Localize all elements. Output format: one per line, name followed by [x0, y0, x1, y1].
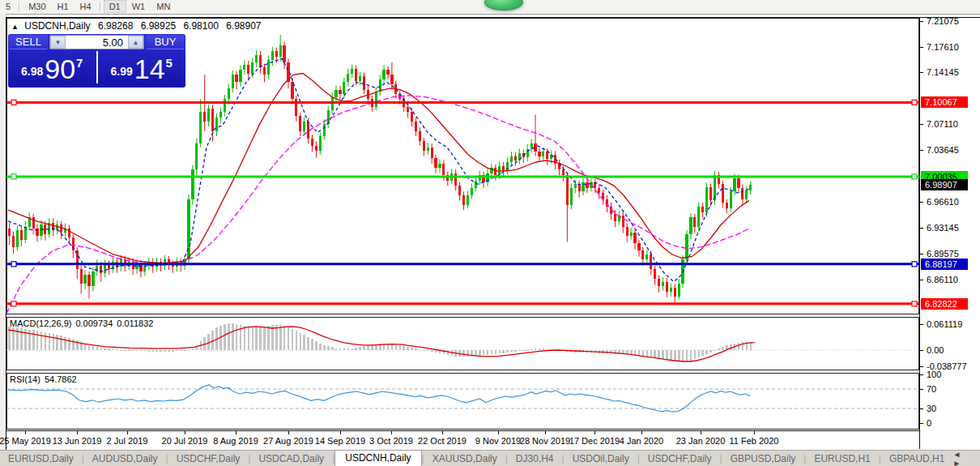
green-indicator: [484, 0, 523, 11]
chart-tab-gbpaud-h1[interactable]: GBPAUD,H1: [881, 451, 952, 466]
chart-tab-dj30-h4[interactable]: DJ30,H4: [508, 451, 562, 466]
rsi-label: RSI(14)54.7862: [10, 374, 81, 384]
volume-up-button[interactable]: ▲: [128, 36, 143, 49]
sell-price-small: 6.98: [21, 65, 43, 78]
chart-tab-usdcnh-daily[interactable]: USDCNH,Daily: [334, 450, 421, 466]
timeframe-button-h4[interactable]: H4: [75, 0, 97, 13]
time-axis-tick: [545, 431, 546, 434]
line-handle: [912, 301, 917, 306]
timeframe-button-5[interactable]: 5: [0, 0, 16, 13]
tab-scroll-arrows[interactable]: ◄ ►: [952, 450, 977, 466]
rsi-panel-canvas[interactable]: [6, 373, 919, 430]
buy-price[interactable]: 6.99145: [98, 51, 186, 83]
time-axis-label: 2 Jul 2019: [107, 436, 148, 446]
price-axis-label: 6.96610: [927, 197, 959, 207]
price-axis-tick: [920, 124, 923, 125]
price-axis-label: 7.17610: [927, 42, 959, 52]
price-axis-label: 0.00: [927, 345, 944, 355]
price-axis-label: 6.86110: [927, 275, 958, 284]
volume-input[interactable]: [66, 36, 128, 49]
volume-down-button[interactable]: ▼: [50, 36, 66, 49]
macd-main-value: 0.009734: [75, 319, 113, 328]
price-axis-label: 7.21075: [927, 16, 959, 26]
timeframe-button-h1[interactable]: H1: [52, 0, 75, 13]
symbol-tab-bar: EURUSD,Daily|AUDUSD,Daily|USDCHF,Daily|U…: [0, 450, 980, 466]
price-level-badge: 6.82822: [921, 298, 968, 310]
line-handle: [912, 100, 917, 105]
macd-label: MACD(12,26,9)0.0097340.011832: [10, 319, 157, 328]
price-axis-label: 0: [927, 418, 931, 428]
ohlc-open: 6.98268: [98, 20, 133, 32]
buy-button[interactable]: BUY: [146, 35, 185, 49]
chart-tab-usdcad-daily[interactable]: USDCAD,Daily: [250, 451, 332, 466]
time-axis-label: 28 Nov 2019: [520, 436, 570, 446]
chart-tab-gbpusd-daily[interactable]: GBPUSD,Daily: [722, 451, 804, 466]
chart-tab-usdchf-daily[interactable]: USDCHF,Daily: [640, 451, 720, 466]
time-axis-tick: [288, 431, 289, 434]
time-axis-tick: [25, 431, 26, 434]
price-axis-label: 0.061119: [927, 319, 962, 329]
time-axis[interactable]: 25 May 201913 Jun 20192 Jul 201920 Jul 2…: [6, 430, 919, 450]
price-axis-tick: [920, 350, 923, 351]
timeframe-button-mn[interactable]: MN: [151, 0, 176, 13]
price-axis-tick: [920, 47, 923, 48]
toolbar-separator: [100, 2, 101, 11]
time-axis-tick: [701, 431, 701, 434]
price-axis-tick: [920, 254, 923, 254]
time-axis-label: 11 Feb 2020: [730, 436, 779, 446]
line-handle: [11, 100, 16, 105]
price-axis-tick: [920, 408, 923, 409]
price-axis-tick: [920, 280, 923, 280]
time-axis-tick: [641, 431, 642, 434]
price-axis-tick: [920, 228, 923, 229]
price-level-badge: 6.98907: [921, 179, 968, 190]
sell-price-sup: 7: [76, 56, 83, 70]
ohlc-close: 6.98907: [226, 20, 261, 32]
price-axis-label: 7.07110: [927, 119, 958, 129]
price-axis-label: 7.03645: [927, 145, 959, 155]
sell-button[interactable]: SELL: [9, 35, 48, 49]
timeframe-toolbar: 5M30H1H4D1W1MN: [0, 0, 980, 15]
chart-title: ▲ USDCNH,Daily 6.98268 6.98925 6.98100 6…: [11, 20, 266, 32]
symbol-marker-icon: ▲: [11, 23, 19, 31]
price-axis-tick: [920, 389, 923, 390]
chart-tab-eurusd-h1[interactable]: EURUSD,H1: [806, 451, 878, 466]
timeframe-button-w1[interactable]: W1: [126, 0, 151, 13]
time-axis-label: 8 Aug 2019: [213, 436, 258, 446]
chart-tab-usdoil-daily[interactable]: USDOil,Daily: [565, 451, 637, 466]
chart-tab-audusd-daily[interactable]: AUDUSD,Daily: [84, 451, 166, 466]
timeframe-button-m30[interactable]: M30: [23, 0, 51, 13]
chart-tab-eurusd-daily[interactable]: EURUSD,Daily: [0, 451, 82, 466]
time-axis-label: 17 Dec 2019: [569, 436, 620, 446]
time-axis-label: 27 Aug 2019: [263, 436, 313, 446]
time-axis-tick: [594, 431, 595, 434]
time-axis-label: 9 Nov 2019: [475, 436, 521, 446]
time-axis-label: 20 Jul 2019: [162, 436, 208, 446]
line-handle: [912, 174, 917, 179]
line-handle: [11, 301, 16, 306]
time-axis-tick: [754, 431, 755, 434]
price-axis-tick: [920, 202, 923, 203]
chart-tab-xauusd-daily[interactable]: XAUUSD,Daily: [424, 451, 505, 466]
rsi-name: RSI(14): [10, 374, 40, 384]
price-axis-label: 6.89575: [927, 249, 959, 259]
time-axis-tick: [127, 431, 128, 434]
rsi-value: 54.7862: [45, 374, 77, 384]
time-axis-tick: [442, 431, 443, 434]
time-axis-label: 14 Sep 2019: [315, 436, 365, 446]
time-axis-label: 22 Oct 2019: [418, 436, 467, 446]
time-axis-tick: [391, 431, 392, 434]
price-axis-tick: [920, 423, 923, 424]
buy-price-small: 6.99: [111, 65, 133, 78]
sell-price[interactable]: 6.98907: [8, 51, 98, 83]
time-axis-tick: [340, 431, 341, 434]
time-axis-label: 13 Jun 2019: [53, 436, 102, 446]
line-handle: [11, 262, 16, 267]
price-axis[interactable]: 7.210757.176107.141457.071107.036456.966…: [919, 18, 980, 449]
line-handle: [11, 174, 16, 179]
mt4-window: 5M30H1H4D1W1MN ▲ USDCNH,Daily 6.98268 6.…: [0, 0, 980, 466]
timeframe-button-d1[interactable]: D1: [104, 0, 126, 13]
line-handle: [912, 262, 917, 267]
ohlc-high: 6.98925: [141, 20, 176, 32]
chart-tab-usdchf-daily[interactable]: USDCHF,Daily: [168, 451, 249, 466]
